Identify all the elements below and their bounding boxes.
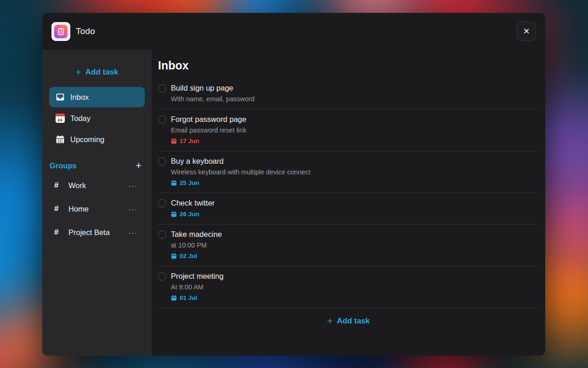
- task-title: Project meeting: [171, 271, 224, 281]
- sidebar-item-label: Upcoming: [70, 135, 104, 144]
- task-due-date: 01 Jul: [171, 293, 224, 302]
- group-options-button[interactable]: ···: [128, 205, 138, 213]
- main-add-task-button[interactable]: + Add task: [158, 308, 539, 334]
- task-title: Forgot password page: [171, 115, 246, 124]
- task-due-date: 26 Jun: [171, 210, 215, 218]
- clipboard-icon: [54, 25, 68, 38]
- sidebar: + Add task Inbox 24 Today Upcoming: [42, 50, 152, 356]
- due-date-label: 17 Jun: [180, 137, 199, 145]
- ellipsis-icon: ···: [128, 229, 138, 236]
- group-options-button[interactable]: ···: [128, 182, 138, 190]
- close-button[interactable]: ✕: [517, 22, 536, 41]
- close-icon: ✕: [523, 27, 530, 35]
- window-header: Todo ✕: [42, 13, 545, 50]
- task-checkbox[interactable]: [158, 157, 166, 166]
- sidebar-item-today[interactable]: 24 Today: [49, 108, 145, 128]
- add-task-label: Add task: [85, 68, 119, 77]
- task-subtitle: at 10:00 PM: [171, 241, 222, 250]
- task-title: Buy a keyboard: [171, 156, 311, 166]
- task-checkbox[interactable]: [158, 115, 166, 124]
- add-task-label: Add task: [337, 316, 370, 326]
- group-name: Home: [68, 205, 128, 213]
- group-name: Work: [68, 181, 128, 190]
- group-name: Project Beta: [68, 228, 128, 237]
- task-checkbox[interactable]: [158, 199, 166, 207]
- task-title: Check twitter: [171, 198, 215, 208]
- sidebar-item-upcoming[interactable]: Upcoming: [49, 129, 145, 150]
- sidebar-item-label: Today: [70, 114, 90, 123]
- task-row[interactable]: Build sign up page With name, email, pas…: [158, 78, 539, 109]
- task-due-date: 17 Jun: [171, 137, 246, 145]
- sidebar-group-home[interactable]: # Home ···: [42, 198, 152, 219]
- due-date-label: 02 Jul: [180, 252, 197, 260]
- task-row[interactable]: Take madecine at 10:00 PM 02 Jul: [158, 224, 539, 266]
- task-row[interactable]: Forgot password page Email password rese…: [158, 109, 539, 151]
- task-subtitle: With name, email, password: [171, 95, 254, 104]
- sidebar-item-label: Inbox: [70, 93, 89, 102]
- groups-header: Groups +: [42, 150, 152, 172]
- task-list-panel: Inbox Build sign up page With name, emai…: [152, 50, 545, 356]
- plus-icon: +: [327, 316, 333, 326]
- task-title: Build sign up page: [171, 83, 254, 93]
- plus-icon: +: [136, 160, 141, 171]
- hash-icon: #: [54, 204, 62, 213]
- sidebar-item-inbox[interactable]: Inbox: [49, 87, 145, 107]
- inbox-icon: [55, 92, 65, 102]
- task-title: Take madecine: [171, 230, 222, 239]
- task-row[interactable]: Check twitter 26 Jun: [158, 193, 539, 224]
- today-calendar-icon: 24: [55, 114, 65, 123]
- due-date-label: 01 Jul: [180, 293, 197, 302]
- task-due-date: 25 Jun: [171, 178, 311, 187]
- hash-icon: #: [54, 181, 62, 190]
- task-subtitle: At 8:00 AM: [171, 283, 224, 292]
- ellipsis-icon: ···: [128, 205, 138, 213]
- groups-label: Groups: [50, 161, 77, 170]
- task-row[interactable]: Project meeting At 8:00 AM 01 Jul: [158, 266, 539, 308]
- task-checkbox[interactable]: [158, 272, 166, 281]
- sidebar-nav: Inbox 24 Today Upcoming: [42, 87, 152, 150]
- task-checkbox[interactable]: [158, 84, 166, 92]
- group-options-button[interactable]: ···: [128, 229, 138, 236]
- upcoming-calendar-icon: [55, 135, 65, 144]
- window-title: Todo: [76, 26, 95, 36]
- plus-icon: +: [75, 67, 81, 77]
- sidebar-group-project-beta[interactable]: # Project Beta ···: [42, 222, 152, 243]
- task-row[interactable]: Buy a keyboard Wireless keyboard with mu…: [158, 151, 539, 193]
- ellipsis-icon: ···: [128, 182, 138, 190]
- task-subtitle: Email password reset link: [171, 126, 246, 135]
- sidebar-add-task-button[interactable]: + Add task: [42, 63, 152, 87]
- page-title: Inbox: [158, 59, 539, 72]
- task-subtitle: Wireless keyboard with multiple device c…: [171, 168, 311, 177]
- task-checkbox[interactable]: [158, 230, 166, 239]
- add-group-button[interactable]: +: [136, 161, 141, 171]
- task-due-date: 02 Jul: [171, 252, 222, 260]
- sidebar-group-work[interactable]: # Work ···: [42, 175, 152, 196]
- hash-icon: #: [54, 228, 62, 237]
- due-date-label: 25 Jun: [180, 178, 199, 187]
- due-date-label: 26 Jun: [180, 210, 199, 218]
- todo-app-window: Todo ✕ + Add task Inbox 24 Today: [42, 13, 545, 356]
- todo-app-icon: [51, 22, 70, 41]
